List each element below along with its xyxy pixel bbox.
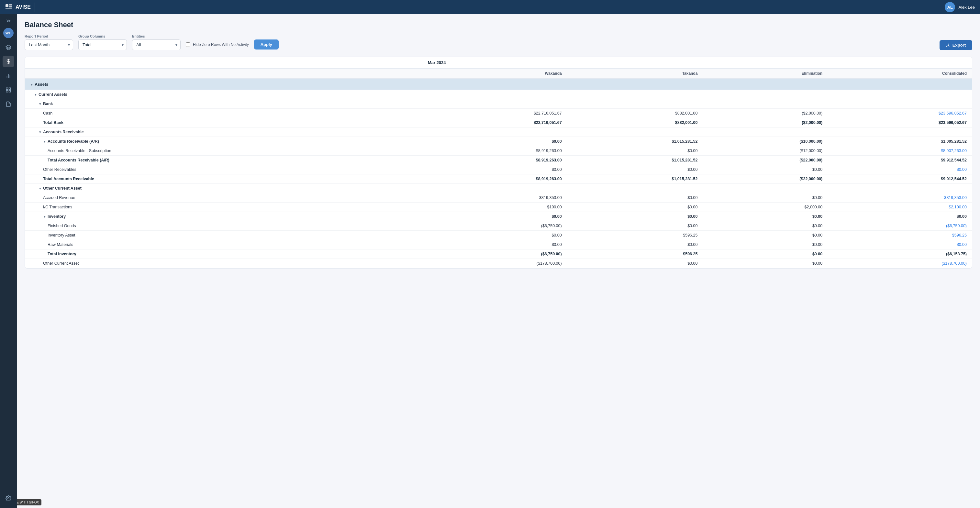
row-wakanda [423,99,567,109]
group-columns-label: Group Columns [78,34,127,38]
export-button[interactable]: Export [940,40,972,50]
row-wakanda: $0.00 [423,212,567,221]
row-takanda: $0.00 [567,203,703,212]
row-consolidated: $9,912,544.52 [827,156,972,165]
row-takanda: $1,015,281.52 [567,137,703,146]
row-label: ▼Accounts Receivable [25,127,423,137]
row-label: Other Receivables [25,165,423,175]
row-elimination: ($22,000.00) [703,175,827,184]
row-takanda: $1,015,281.52 [567,175,703,184]
sidebar-expand-icon[interactable]: ≫ [6,18,11,23]
row-consolidated: $1,005,281.52 [827,137,972,146]
col-takanda: Takanda [567,68,703,79]
row-consolidated: $0.00 [827,165,972,175]
page-title: Balance Sheet [25,21,972,29]
report-period-label: Report Period [25,34,73,38]
row-takanda: $0.00 [567,212,703,221]
table-row: Total Accounts Receivable (A/R) $8,919,2… [25,156,972,165]
sidebar-item-chart[interactable] [3,70,14,81]
table-row: Total Inventory ($6,750.00) $596.25 $0.0… [25,249,972,259]
hide-zero-checkbox[interactable] [186,42,190,47]
row-wakanda: $8,919,263.00 [423,146,567,156]
table-row: ▼Accounts Receivable [25,127,972,137]
row-takanda: $0.00 [567,146,703,156]
row-takanda: $596.25 [567,231,703,240]
row-wakanda: $22,716,051.67 [423,118,567,127]
row-elimination: $0.00 [703,240,827,249]
svg-rect-9 [9,88,11,89]
row-chevron: ▼ [38,102,42,106]
row-takanda: $0.00 [567,259,703,268]
nav-left: AVISE [5,3,35,12]
table-row: ▼Other Current Asset [25,184,972,193]
table-row: Raw Materials $0.00 $0.00 $0.00 $0.00 [25,240,972,249]
apply-button[interactable]: Apply [254,40,278,49]
table-row: Finished Goods ($6,750.00) $0.00 $0.00 (… [25,221,972,231]
row-takanda [567,127,703,137]
entities-select[interactable]: All Wakanda Takanda [132,40,181,50]
row-consolidated: $319,353.00 [827,193,972,203]
row-consolidated: ($6,750.00) [827,221,972,231]
app-logo: AVISE [5,4,31,10]
group-columns-select-wrapper: Total Monthly Quarterly [78,40,127,50]
row-elimination: ($22,000.00) [703,156,827,165]
row-label: Accrued Revenue [25,193,423,203]
hide-zero-label[interactable]: Hide Zero Rows With No Activity [193,42,249,47]
row-consolidated: ($6,153.75) [827,249,972,259]
row-elimination: $2,000.00 [703,203,827,212]
table-body: ▼Assets ▼Current Assets ▼Bank Cash $22,7… [25,79,972,268]
sidebar-item-balance[interactable] [3,56,14,67]
sidebar-item-grid[interactable] [3,84,14,96]
sidebar-item-settings[interactable] [3,492,14,504]
row-wakanda: $0.00 [423,137,567,146]
row-elimination: $0.00 [703,165,827,175]
row-takanda: $1,015,281.52 [567,156,703,165]
row-elimination: ($2,000.00) [703,109,827,118]
user-name: Alex Lee [958,5,975,10]
row-wakanda: ($6,750.00) [423,249,567,259]
row-takanda [567,99,703,109]
empty-header [25,57,423,68]
row-wakanda [423,90,567,99]
svg-rect-3 [5,8,12,9]
section-header-assets: ▼Assets [25,79,972,90]
row-elimination: $0.00 [703,249,827,259]
row-chevron: ▼ [38,187,42,190]
row-consolidated: $2,100.00 [827,203,972,212]
row-consolidated [827,184,972,193]
date-header: Mar 2024 [423,57,972,68]
row-chevron: ▼ [34,93,37,97]
row-elimination [703,90,827,99]
row-elimination: ($2,000.00) [703,118,827,127]
row-label: ▼Accounts Receivable (A/R) [25,137,423,146]
row-takanda: $882,001.00 [567,109,703,118]
row-label: ▼Current Assets [25,90,423,99]
sidebar-item-doc[interactable] [3,98,14,110]
entities-label: Entities [132,34,181,38]
row-consolidated: ($178,700.00) [827,259,972,268]
table-row: Total Bank $22,716,051.67 $882,001.00 ($… [25,118,972,127]
sidebar-item-scale[interactable] [3,41,14,53]
table-row: Inventory Asset $0.00 $596.25 $0.00 $596… [25,231,972,240]
user-avatar[interactable]: AL [945,2,955,12]
column-header-row: Wakanda Takanda Elimination Consolidated [25,68,972,79]
svg-point-12 [8,498,10,499]
svg-rect-0 [5,4,8,7]
table-row: ▼Accounts Receivable (A/R) $0.00 $1,015,… [25,137,972,146]
row-label: Total Accounts Receivable (A/R) [25,156,423,165]
row-wakanda: ($6,750.00) [423,221,567,231]
group-columns-select[interactable]: Total Monthly Quarterly [78,40,127,50]
report-period-select[interactable]: Last Month This Month Last Quarter This … [25,40,73,50]
nav-right: AL Alex Lee [945,2,975,12]
sidebar-user-avatar: WC [3,28,14,38]
svg-rect-10 [6,90,8,92]
logo-icon [5,4,13,10]
row-elimination [703,127,827,137]
svg-rect-1 [9,4,12,5]
row-wakanda: $100.00 [423,203,567,212]
row-consolidated: $596.25 [827,231,972,240]
sidebar-avatar-item[interactable]: WC [3,27,14,39]
main-content: Balance Sheet Report Period Last Month T… [17,14,980,508]
row-elimination: $0.00 [703,259,827,268]
row-consolidated: $23,596,052.67 [827,109,972,118]
